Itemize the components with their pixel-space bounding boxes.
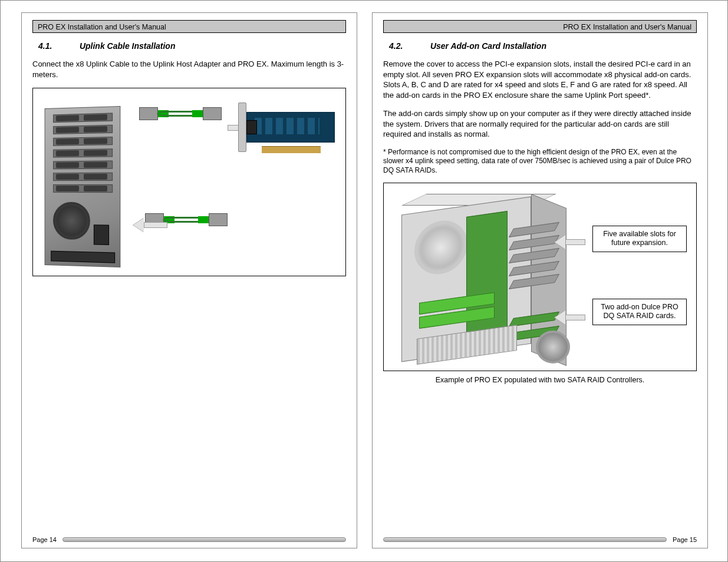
arrow-left-icon (555, 235, 585, 249)
page-15: PRO EX Installation and User's Manual 4.… (372, 12, 708, 548)
paragraph: Remove the cover to access the PCI-e exp… (383, 59, 697, 100)
host-adapter-card-illustration (246, 112, 335, 153)
page-footer: Page 15 (383, 536, 697, 543)
paragraph: Connect the x8 Uplink Cable to the Uplin… (32, 59, 346, 80)
figure-addon-cards: Five available slots for future expansio… (383, 183, 697, 371)
section-title: Uplink Cable Installation (80, 41, 176, 51)
footer-decoration (62, 537, 346, 542)
figure-uplink-cable (32, 88, 346, 276)
callout-available-slots: Five available slots for future expansio… (592, 226, 687, 252)
section-title: User Add-on Card Installation (430, 41, 546, 51)
section-number: 4.2. (389, 41, 428, 51)
footnote: * Performance is not compromised due to … (383, 148, 697, 176)
section-number: 4.1. (38, 41, 77, 51)
page-number: Page 15 (673, 536, 697, 543)
pro-ex-chassis-illustration (45, 106, 121, 267)
paragraph: The add-on cards simply show up on your … (383, 108, 697, 140)
page-header: PRO EX Installation and User's Manual (383, 20, 697, 33)
arrow-left-icon (555, 310, 585, 325)
footer-decoration (383, 537, 667, 542)
callout-raid-cards: Two add-on Dulce PRO DQ SATA RAID cards. (592, 299, 687, 325)
section-heading-4-2: 4.2. User Add-on Card Installation (389, 41, 697, 51)
arrow-left-icon (133, 218, 167, 232)
page-footer: Page 14 (32, 536, 346, 543)
page-header: PRO EX Installation and User's Manual (32, 20, 346, 33)
pro-ex-enclosure-illustration (401, 194, 566, 365)
uplink-cable-illustration (139, 94, 222, 135)
page-14: PRO EX Installation and User's Manual 4.… (21, 12, 357, 548)
section-heading-4-1: 4.1. Uplink Cable Installation (38, 41, 346, 51)
figure-caption: Example of PRO EX populated with two SAT… (383, 376, 697, 384)
page-number: Page 14 (32, 536, 57, 543)
